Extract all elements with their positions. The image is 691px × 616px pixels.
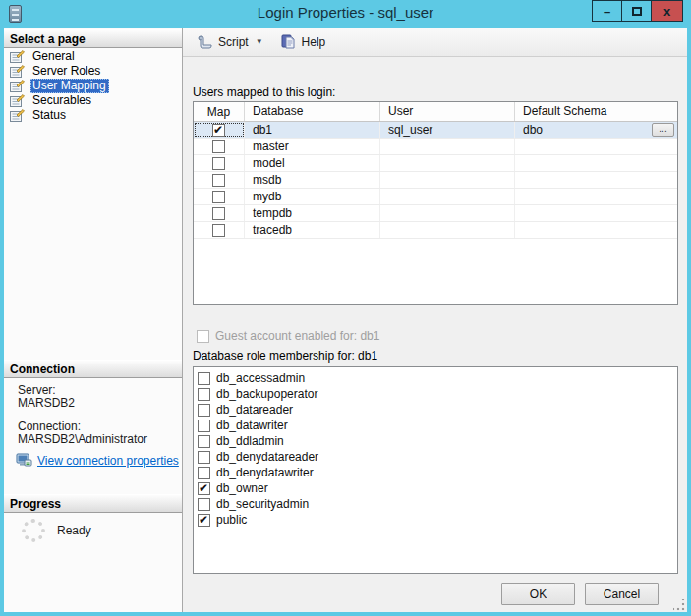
list-item[interactable]: db_accessadmin: [198, 370, 677, 386]
sidebar: Select a page General Server Roles User …: [4, 28, 183, 612]
sidebar-item-general[interactable]: General: [8, 49, 78, 64]
guest-account-label: Guest account enabled for: db1: [215, 329, 379, 343]
table-row[interactable]: tracedb: [194, 222, 677, 239]
help-icon: [281, 34, 297, 49]
sidebar-item-securables[interactable]: Securables: [8, 93, 94, 108]
view-connection-properties-row: View connection properties: [16, 453, 179, 468]
resize-grip[interactable]: [673, 599, 685, 611]
list-item[interactable]: db_datawriter: [198, 418, 677, 433]
close-icon: x: [663, 4, 670, 19]
sidebar-item-status[interactable]: Status: [8, 108, 69, 123]
role-membership-list: db_accessadmin db_backupoperator db_data…: [193, 366, 678, 574]
map-checkbox[interactable]: [212, 124, 225, 137]
list-item[interactable]: db_backupoperator: [198, 386, 677, 402]
role-checkbox[interactable]: [198, 372, 210, 385]
close-button[interactable]: x: [651, 0, 683, 22]
browse-schema-button[interactable]: ...: [652, 123, 674, 137]
table-row[interactable]: db1 sql_user dbo ...: [194, 122, 677, 139]
map-checkbox[interactable]: [212, 174, 225, 187]
user-cell: [380, 222, 515, 238]
sidebar-item-server-roles[interactable]: Server Roles: [8, 64, 103, 79]
role-checkbox[interactable]: [198, 420, 210, 432]
progress-status: Ready: [57, 524, 91, 537]
select-a-page-header: Select a page: [4, 29, 182, 48]
user-cell: [380, 139, 515, 154]
user-cell: [380, 189, 515, 204]
list-item[interactable]: db_ddladmin: [198, 433, 677, 449]
role-checkbox[interactable]: [198, 404, 210, 417]
list-item[interactable]: db_denydatareader: [198, 449, 677, 465]
schema-cell: [515, 205, 677, 221]
map-checkbox[interactable]: [212, 140, 225, 153]
database-cell: db1: [245, 122, 380, 138]
role-checkbox[interactable]: [198, 482, 210, 495]
schema-cell: [515, 222, 677, 238]
user-cell: [380, 205, 515, 221]
sidebar-item-label: Securables: [30, 93, 94, 108]
page-icon: [10, 80, 25, 92]
sidebar-item-label: General: [30, 49, 78, 64]
ok-button[interactable]: OK: [501, 583, 575, 605]
column-header-user[interactable]: User: [380, 102, 515, 121]
schema-cell: [515, 155, 677, 171]
page-icon: [10, 65, 25, 78]
list-item[interactable]: db_denydatawriter: [198, 465, 677, 480]
schema-cell: dbo ...: [515, 122, 677, 138]
table-row[interactable]: model: [194, 155, 677, 172]
sidebar-item-label: User Mapping: [30, 79, 109, 93]
column-header-database[interactable]: Database: [245, 102, 380, 121]
table-row[interactable]: mydb: [194, 189, 677, 205]
map-checkbox[interactable]: [212, 224, 225, 237]
table-row[interactable]: tempdb: [194, 205, 677, 222]
list-item[interactable]: db_owner: [198, 480, 677, 496]
script-button[interactable]: Script ▼: [193, 32, 267, 51]
role-checkbox[interactable]: [198, 451, 210, 464]
login-properties-dialog: Login Properties - sql_user – x Select a…: [0, 0, 691, 616]
maximize-icon: [632, 7, 642, 16]
help-button[interactable]: Help: [277, 32, 330, 51]
guest-account-checkbox: [197, 330, 209, 343]
view-connection-properties-link[interactable]: View connection properties: [37, 454, 179, 468]
map-checkbox[interactable]: [212, 207, 225, 220]
toolbar: Script ▼ Help: [183, 28, 687, 57]
connection-properties-icon: [16, 453, 32, 468]
title-bar[interactable]: Login Properties - sql_user – x: [0, 0, 691, 28]
schema-cell: [515, 172, 677, 188]
column-header-map[interactable]: Map: [194, 102, 245, 121]
map-checkbox[interactable]: [212, 157, 225, 170]
database-cell: msdb: [245, 172, 380, 188]
database-cell: model: [245, 155, 380, 171]
role-checkbox[interactable]: [198, 388, 210, 401]
script-label: Script: [218, 35, 249, 49]
list-item[interactable]: db_datareader: [198, 402, 677, 418]
list-item[interactable]: public: [198, 512, 677, 528]
script-icon: [197, 34, 213, 49]
schema-cell: [515, 139, 677, 154]
map-checkbox[interactable]: [212, 191, 225, 203]
sidebar-item-label: Server Roles: [30, 64, 103, 79]
window-title: Login Properties - sql_user: [0, 4, 691, 21]
role-checkbox[interactable]: [198, 514, 210, 527]
user-cell: [380, 172, 515, 188]
minimize-button[interactable]: –: [592, 0, 622, 22]
guest-account-row: Guest account enabled for: db1: [197, 329, 379, 343]
sidebar-item-user-mapping[interactable]: User Mapping: [8, 79, 109, 93]
database-cell: tracedb: [245, 222, 380, 238]
cancel-button[interactable]: Cancel: [585, 583, 659, 605]
role-checkbox[interactable]: [198, 435, 210, 448]
role-membership-label: Database role membership for: db1: [193, 349, 377, 363]
connection-label: Connection:: [18, 420, 81, 433]
column-header-default-schema[interactable]: Default Schema: [515, 102, 677, 121]
table-row[interactable]: master: [194, 139, 677, 155]
role-checkbox[interactable]: [198, 498, 210, 511]
maximize-button[interactable]: [621, 0, 652, 22]
table-header: Map Database User Default Schema: [194, 102, 677, 122]
user-mapping-table: Map Database User Default Schema db1 sql…: [193, 101, 678, 305]
users-mapped-label: Users mapped to this login:: [193, 85, 335, 99]
table-row[interactable]: msdb: [194, 172, 677, 189]
page-icon: [10, 109, 25, 122]
role-checkbox[interactable]: [198, 467, 210, 479]
user-cell: [380, 155, 515, 171]
connection-header: Connection: [4, 360, 182, 378]
list-item[interactable]: db_securityadmin: [198, 496, 677, 512]
